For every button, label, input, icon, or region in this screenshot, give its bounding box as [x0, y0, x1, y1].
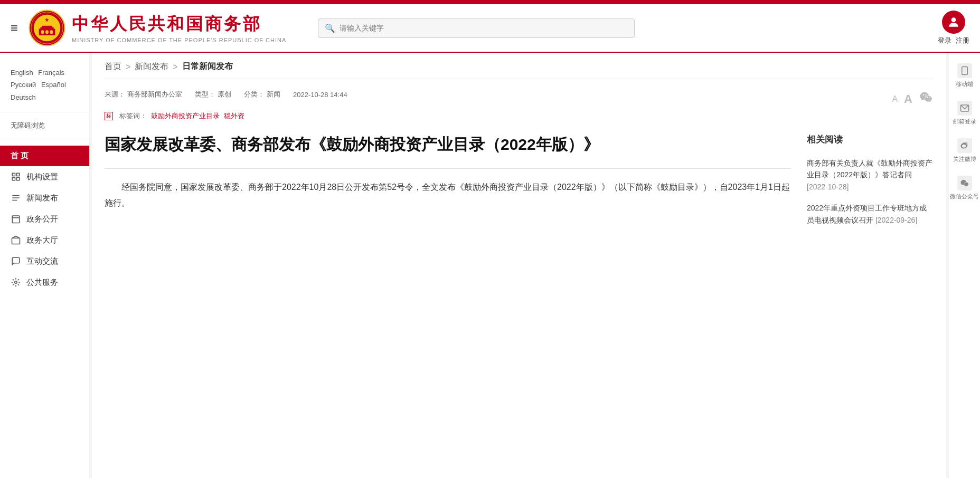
article-title: 国家发展改革委、商务部发布《鼓励外商投资产业目录（2022年版）》 — [105, 133, 791, 156]
gov-icon — [11, 214, 21, 224]
lang-russian[interactable]: Русский — [11, 81, 36, 89]
float-weibo[interactable]: 关注微博 — [950, 133, 979, 168]
register-link[interactable]: 注册 — [956, 36, 969, 45]
article-divider — [105, 168, 791, 169]
sidebar-item-hall[interactable]: 政务大厅 — [0, 230, 89, 251]
source-value: 商务部新闻办公室 — [127, 90, 182, 99]
menu-toggle-icon[interactable]: ≡ — [11, 21, 18, 35]
font-small-button[interactable]: A — [892, 94, 898, 104]
login-link[interactable]: 登录 — [938, 36, 951, 45]
org-icon — [11, 171, 21, 182]
email-icon — [957, 101, 972, 116]
float-wechat[interactable]: 微信公众号 — [950, 170, 979, 206]
breadcrumb: 首页 > 新闻发布 > 日常新闻发布 — [105, 61, 934, 79]
related-item-2[interactable]: 2022年重点外资项目工作专班地方成员电视视频会议召开 [2022-09-26] — [807, 202, 934, 226]
tag-item-2[interactable]: 稳外资 — [224, 111, 244, 121]
float-mobile[interactable]: 移动端 — [950, 58, 979, 93]
content-area: 首页 > 新闻发布 > 日常新闻发布 来源： 商务部新闻办公室 类型： 原创 分… — [92, 53, 946, 478]
related-title: 相关阅读 — [807, 133, 934, 150]
related-sidebar: 相关阅读 商务部有关负责人就《鼓励外商投资产业目录（2022年版）》答记者问 [… — [807, 133, 934, 235]
article-date: 2022-10-28 14:44 — [293, 91, 347, 99]
service-label: 公共服务 — [26, 278, 58, 288]
tags-row: 标 标签词： 鼓励外商投资产业目录 稳外资 — [105, 111, 934, 121]
svg-rect-18 — [12, 216, 20, 223]
breadcrumb-home[interactable]: 首页 — [105, 61, 121, 72]
user-avatar[interactable] — [942, 11, 965, 34]
search-input[interactable] — [340, 24, 628, 32]
news-label: 新闻发布 — [26, 193, 58, 203]
svg-rect-4 — [42, 26, 52, 28]
main-wrapper: English Français Русский Español Deutsch… — [0, 53, 980, 478]
lang-deutsch[interactable]: Deutsch — [11, 93, 36, 101]
hall-icon — [11, 235, 21, 245]
meta-row: 来源： 商务部新闻办公室 类型： 原创 分类： 新闻 2022-10-28 14… — [105, 90, 934, 108]
font-controls: A A — [892, 90, 934, 108]
sidebar-item-service[interactable]: 公共服务 — [0, 272, 89, 293]
wechat-icon — [957, 176, 972, 190]
hall-label: 政务大厅 — [26, 235, 58, 245]
breadcrumb-news[interactable]: 新闻发布 — [135, 61, 168, 72]
font-large-button[interactable]: A — [904, 92, 912, 106]
gov-label: 政务公开 — [26, 214, 58, 224]
weibo-icon — [957, 138, 972, 153]
float-weibo-label: 关注微博 — [953, 155, 976, 163]
type-value: 原创 — [218, 90, 231, 99]
related-item-1-date: [2022-10-28] — [807, 183, 849, 191]
svg-rect-14 — [17, 178, 20, 180]
svg-rect-6 — [45, 30, 49, 34]
svg-rect-12 — [17, 173, 20, 176]
article-main: 国家发展改革委、商务部发布《鼓励外商投资产业目录（2022年版）》 经国务院同意… — [105, 133, 791, 235]
svg-rect-7 — [50, 30, 53, 34]
related-item-1[interactable]: 商务部有关负责人就《鼓励外商投资产业目录（2022年版）》答记者问 [2022-… — [807, 157, 934, 193]
news-icon — [11, 193, 21, 203]
title-chinese: 中华人民共和国商务部 — [72, 13, 286, 36]
article-meta: 来源： 商务部新闻办公室 类型： 原创 分类： 新闻 2022-10-28 14… — [105, 90, 347, 99]
sidebar-item-news[interactable]: 新闻发布 — [0, 187, 89, 208]
sidebar-item-gov[interactable]: 政务公开 — [0, 208, 89, 230]
sidebar: English Français Русский Español Deutsch… — [0, 53, 90, 478]
sidebar-nav: 首 页 机构设置 新闻发布 — [0, 146, 89, 293]
svg-rect-20 — [12, 238, 20, 244]
logo-area: 中华人民共和国商务部 MINISTRY OF COMMERCE OF THE P… — [29, 9, 286, 46]
ministry-title: 中华人民共和国商务部 MINISTRY OF COMMERCE OF THE P… — [72, 13, 286, 43]
lang-espanol[interactable]: Español — [41, 81, 66, 89]
interact-label: 互动交流 — [26, 256, 58, 266]
svg-rect-5 — [41, 30, 44, 34]
wechat-share-button[interactable] — [919, 90, 934, 108]
user-actions: 登录 注册 — [938, 36, 969, 45]
article-layout: 国家发展改革委、商务部发布《鼓励外商投资产业目录（2022年版）》 经国务院同意… — [105, 133, 934, 235]
sidebar-item-interact[interactable]: 互动交流 — [0, 251, 89, 272]
svg-rect-11 — [12, 173, 15, 176]
header: ≡ 中华人民共和国商务部 MINISTRY OF COMMERCE OF THE… — [0, 4, 980, 53]
float-mobile-label: 移动端 — [956, 80, 973, 88]
type-label: 类型： — [195, 90, 215, 99]
search-icon: 🔍 — [325, 23, 335, 33]
float-wechat-label: 微信公众号 — [950, 193, 979, 200]
search-box[interactable]: 🔍 — [318, 18, 635, 38]
source-item: 来源： 商务部新闻办公室 — [105, 90, 182, 99]
related-item-2-date: [2022-09-26] — [875, 216, 917, 224]
lang-francais[interactable]: Français — [38, 69, 64, 77]
accessibility-link[interactable]: 无障碍浏览 — [0, 118, 89, 139]
language-selector: English Français Русский Español Deutsch — [0, 61, 89, 112]
type-item: 类型： 原创 — [195, 90, 231, 99]
source-label: 来源： — [105, 90, 125, 99]
org-label: 机构设置 — [26, 172, 58, 182]
sidebar-item-home[interactable]: 首 页 — [0, 146, 89, 166]
svg-point-10 — [951, 17, 956, 22]
tag-item-1[interactable]: 鼓励外商投资产业目录 — [151, 111, 220, 121]
svg-rect-24 — [962, 67, 967, 75]
float-email[interactable]: 邮箱登录 — [950, 95, 979, 131]
breadcrumb-sep2: > — [173, 62, 177, 72]
lang-english[interactable]: English — [11, 69, 33, 77]
svg-rect-13 — [12, 178, 15, 180]
sidebar-item-org[interactable]: 机构设置 — [0, 166, 89, 187]
float-email-label: 邮箱登录 — [953, 118, 976, 126]
top-red-bar — [0, 0, 980, 4]
right-float-sidebar: 移动端 邮箱登录 关注微博 — [948, 53, 980, 478]
category-item: 分类： 新闻 — [244, 90, 280, 99]
category-label: 分类： — [244, 90, 265, 99]
category-value: 新闻 — [267, 90, 280, 99]
tags-label: 标签词： — [119, 111, 147, 121]
related-item-1-text: 商务部有关负责人就《鼓励外商投资产业目录（2022年版）》答记者问 — [807, 159, 932, 179]
